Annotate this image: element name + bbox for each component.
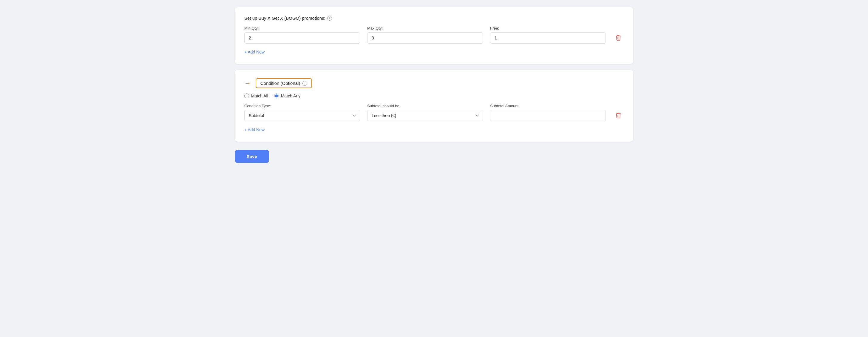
free-label: Free:: [490, 26, 606, 30]
condition-info-icon[interactable]: i: [303, 81, 307, 86]
arrow-indicator-icon: →: [244, 80, 251, 87]
condition-header: → Condition (Optional) i: [244, 78, 624, 88]
match-any-label[interactable]: Match Any: [274, 93, 300, 98]
bogo-info-icon[interactable]: i: [327, 16, 332, 21]
condition-delete-button[interactable]: [613, 110, 624, 121]
max-qty-group: Max Qty:: [367, 26, 483, 44]
save-button[interactable]: Save: [235, 150, 269, 163]
bogo-section-title: Set up Buy X Get X (BOGO) promotions: i: [244, 16, 624, 21]
free-group: Free:: [490, 26, 606, 44]
subtotal-should-be-label: Subtotal should be:: [367, 104, 483, 108]
subtotal-amount-input[interactable]: [490, 110, 606, 121]
min-qty-input[interactable]: [244, 32, 360, 44]
condition-type-select-wrapper: Subtotal Total Quantity: [244, 110, 360, 121]
max-qty-input[interactable]: [367, 32, 483, 44]
match-any-text: Match Any: [281, 93, 300, 98]
condition-type-group: Condition Type: Subtotal Total Quantity: [244, 104, 360, 121]
condition-type-select[interactable]: Subtotal Total Quantity: [244, 110, 360, 121]
subtotal-amount-label: Subtotal Amount:: [490, 104, 606, 108]
condition-title-box: Condition (Optional) i: [256, 78, 312, 88]
max-qty-label: Max Qty:: [367, 26, 483, 30]
condition-add-new-button[interactable]: + Add New: [244, 126, 265, 133]
min-qty-group: Min Qty:: [244, 26, 360, 44]
condition-title: Condition (Optional): [260, 81, 300, 86]
subtotal-should-be-group: Subtotal should be: Less then (<) Greate…: [367, 104, 483, 121]
subtotal-should-be-select-wrapper: Less then (<) Greater then (>) Equal to …: [367, 110, 483, 121]
min-qty-label: Min Qty:: [244, 26, 360, 30]
bogo-field-row: Min Qty: Max Qty: Free:: [244, 26, 624, 44]
condition-card: → Condition (Optional) i Match All Match…: [235, 70, 633, 142]
bogo-card: Set up Buy X Get X (BOGO) promotions: i …: [235, 7, 633, 64]
match-radio-row: Match All Match Any: [244, 93, 624, 98]
match-any-radio[interactable]: [274, 93, 279, 98]
match-all-radio[interactable]: [244, 93, 249, 98]
match-all-text: Match All: [251, 93, 268, 98]
condition-trash-icon: [615, 112, 621, 118]
match-all-label[interactable]: Match All: [244, 93, 268, 98]
condition-type-label: Condition Type:: [244, 104, 360, 108]
trash-icon: [615, 35, 621, 40]
free-input[interactable]: [490, 32, 606, 44]
subtotal-should-be-select[interactable]: Less then (<) Greater then (>) Equal to …: [367, 110, 483, 121]
bogo-delete-button[interactable]: [613, 32, 624, 43]
condition-field-row: Condition Type: Subtotal Total Quantity …: [244, 104, 624, 121]
subtotal-amount-group: Subtotal Amount:: [490, 104, 606, 121]
bogo-add-new-button[interactable]: + Add New: [244, 48, 265, 56]
